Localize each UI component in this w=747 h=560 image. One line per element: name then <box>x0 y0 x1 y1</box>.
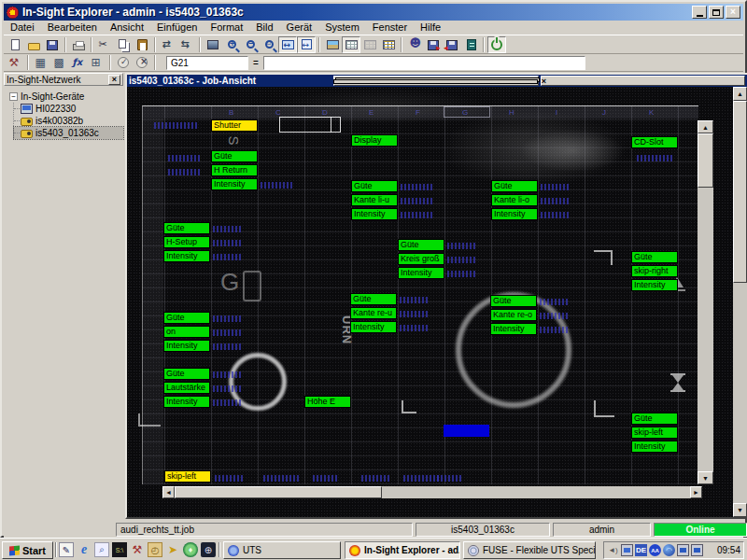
cell-label[interactable]: Intensity <box>163 340 210 352</box>
cell-label[interactable]: Intensity <box>491 208 538 220</box>
network-connection-icon[interactable] <box>691 544 703 556</box>
horizontal-scroll-thumb[interactable] <box>175 486 382 498</box>
sheet-view-button[interactable] <box>342 36 360 53</box>
cell-label[interactable]: skip-right <box>631 265 678 277</box>
taskbar-clock[interactable]: 09:54 <box>717 545 740 555</box>
zoom-out-button[interactable] <box>241 36 260 53</box>
scroll-up-button[interactable]: ▲ <box>698 120 713 133</box>
menu-fenster[interactable]: Fenster <box>366 21 414 35</box>
start-button[interactable]: Start <box>2 541 53 559</box>
minimize-button[interactable] <box>692 6 707 19</box>
close-button[interactable]: × <box>726 6 740 19</box>
paste-button[interactable] <box>133 36 151 53</box>
vertical-scroll-thumb[interactable] <box>733 101 747 283</box>
new-document-button[interactable] <box>6 36 24 53</box>
selected-cell-g21[interactable] <box>444 425 489 437</box>
cell-label[interactable]: Kante li-o <box>491 194 538 206</box>
cell-label[interactable]: Intensity <box>163 250 210 262</box>
messenger-icon[interactable]: AA <box>649 544 661 556</box>
scroll-down-button[interactable]: ▼ <box>698 471 713 484</box>
cell-label[interactable]: Intensity <box>350 321 397 333</box>
cell-label[interactable]: Güte <box>490 295 537 307</box>
pattern-grid-button[interactable] <box>32 54 50 71</box>
menu-hilfe[interactable]: Hilfe <box>414 21 447 35</box>
cell-label[interactable]: Kante re-u <box>350 307 397 319</box>
open-folder-button[interactable] <box>24 36 43 53</box>
print-button[interactable] <box>69 36 88 53</box>
vertical-scroll-thumb[interactable] <box>698 133 713 188</box>
cut-button[interactable] <box>95 36 114 53</box>
sensor-save-button[interactable] <box>424 36 443 53</box>
collapse-icon[interactable]: − <box>9 92 18 101</box>
cell-label[interactable]: skip-left <box>164 470 211 483</box>
job-tools-button[interactable] <box>6 54 24 71</box>
zoom-sel-button[interactable] <box>260 36 278 53</box>
menu-bild[interactable]: Bild <box>249 21 279 35</box>
edit-quicklaunch-icon[interactable]: ✎ <box>59 542 74 557</box>
expand-view-button[interactable] <box>297 36 316 53</box>
volume-icon[interactable]: ◄) <box>607 544 619 556</box>
display-settings-icon[interactable] <box>621 544 633 556</box>
cell-label[interactable]: H-Setup <box>163 236 210 248</box>
scroll-down-button[interactable]: ▼ <box>733 503 747 517</box>
cell-label[interactable]: H Return <box>211 164 258 176</box>
report-button[interactable] <box>461 36 480 53</box>
trigger-a-button[interactable] <box>159 36 177 53</box>
cell-label[interactable]: Intensity <box>163 396 210 408</box>
zoom-in-button[interactable] <box>222 36 241 53</box>
grid-color-button[interactable] <box>379 36 398 53</box>
cell-label[interactable]: Güte <box>163 222 210 234</box>
cell-label[interactable]: Lautstärke <box>163 382 210 394</box>
cell-label[interactable]: Display <box>351 134 398 147</box>
sheet-vertical-scrollbar[interactable]: ▲ ▼ <box>698 120 713 484</box>
task-button-insight[interactable]: In-Sight Explorer - ad... <box>345 541 460 559</box>
job-close-button[interactable]: × <box>541 76 745 86</box>
device-is5403_01363c[interactable]: is5403_01363c <box>14 127 123 139</box>
save-button[interactable] <box>43 36 62 53</box>
menu-system[interactable]: System <box>318 21 366 35</box>
cell-label[interactable]: Höhe E <box>304 396 351 408</box>
job-window-titlebar[interactable]: is5403_01363c - Job-Ansicht × <box>127 75 747 87</box>
ie-quicklaunch-icon[interactable]: e <box>77 542 92 557</box>
clock-quicklaunch-icon[interactable]: ◴ <box>148 542 162 557</box>
cell-label[interactable]: Intensity <box>631 279 678 291</box>
image-view-button[interactable] <box>323 36 342 53</box>
scroll-up-button[interactable]: ▲ <box>733 87 747 101</box>
menu-datei[interactable]: Datei <box>4 21 41 35</box>
snippet-button[interactable] <box>88 54 106 71</box>
language-indicator[interactable]: DE <box>635 544 647 556</box>
trigger-b-button[interactable] <box>177 36 196 53</box>
function-button[interactable] <box>69 54 88 71</box>
task-button-fuse[interactable]: FUSE - Flexible UTS Speci... <box>463 541 596 559</box>
cell-label[interactable]: Güte <box>163 368 210 380</box>
tree-root-row[interactable]: − In-Sight-Geräte <box>9 91 123 103</box>
cell-label[interactable]: on <box>163 326 210 338</box>
cell-label[interactable]: Kreis groß <box>398 253 444 265</box>
maximize-button[interactable] <box>709 6 724 19</box>
accept-button[interactable] <box>114 54 133 71</box>
sidebar-close-button[interactable]: × <box>108 75 120 85</box>
globe-quicklaunch-icon[interactable]: ♦ <box>183 542 198 557</box>
cell-label[interactable]: Shutter <box>211 119 258 132</box>
sensor-save2-button[interactable] <box>443 36 461 53</box>
grid-plain-button[interactable] <box>360 36 379 53</box>
console-quicklaunch-icon[interactable]: S:\ <box>112 542 127 557</box>
acquire-button[interactable] <box>204 36 222 53</box>
network-connection-icon[interactable] <box>677 544 689 556</box>
cell-label[interactable]: Güte <box>211 150 258 162</box>
cell-label[interactable]: Intensity <box>351 208 398 220</box>
tools-quicklaunch-icon[interactable]: ⚒ <box>130 542 145 557</box>
cell-label[interactable]: CD-Slot <box>631 136 678 148</box>
cell-label[interactable]: Güte <box>631 251 678 263</box>
target-quicklaunch-icon[interactable]: ⊕ <box>201 542 216 557</box>
user-admin-button[interactable] <box>405 36 424 53</box>
scroll-right-button[interactable]: ► <box>690 486 702 498</box>
cell-label[interactable]: Güte <box>163 312 210 324</box>
cell-label[interactable]: Intensity <box>631 441 678 453</box>
cell-label[interactable]: Kante li-u <box>351 194 398 206</box>
cell-label[interactable]: Güte <box>351 180 398 192</box>
menu-ansicht[interactable]: Ansicht <box>104 21 150 35</box>
network-globe-icon[interactable]: ◠ <box>663 544 675 556</box>
device-HI022330[interactable]: HI022330 <box>14 103 123 115</box>
cell-reference-box[interactable]: G21 <box>166 56 248 70</box>
